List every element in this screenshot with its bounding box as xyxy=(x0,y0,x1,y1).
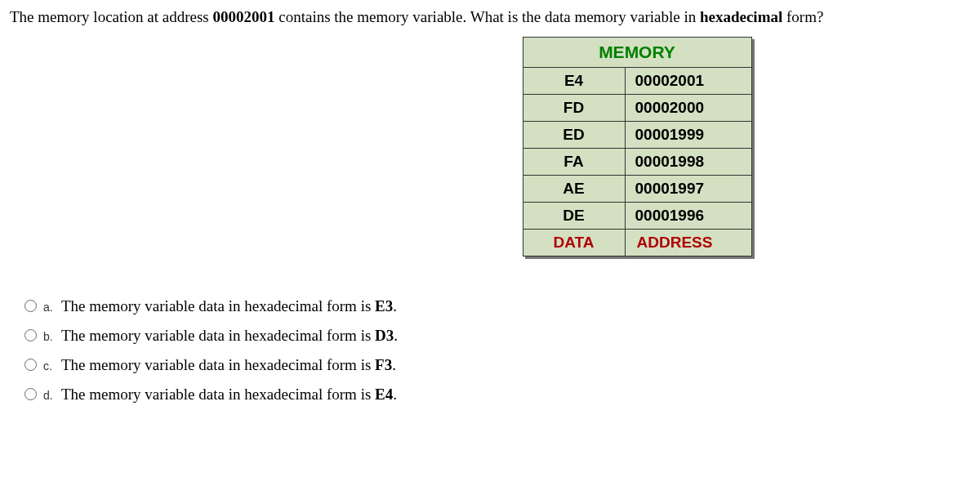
question-text: The memory location at address 00002001 … xyxy=(10,7,970,29)
memory-data-cell: AE xyxy=(523,175,625,202)
memory-addr-cell: 00001998 xyxy=(625,148,751,175)
memory-addr-cell: 00001999 xyxy=(625,121,751,148)
memory-data-cell: FA xyxy=(523,148,625,175)
memory-addr-cell: 00001996 xyxy=(625,202,751,229)
question-pre: The memory location at address xyxy=(10,8,213,25)
radio-icon[interactable] xyxy=(24,329,37,341)
option-answer: E4 xyxy=(375,386,393,403)
table-row: E4 00002001 xyxy=(523,67,751,94)
option-a[interactable]: a. The memory variable data in hexadecim… xyxy=(24,297,970,315)
option-answer: D3 xyxy=(375,327,394,344)
question-post: form? xyxy=(782,8,823,25)
radio-icon[interactable] xyxy=(24,300,37,312)
option-answer: E3 xyxy=(375,297,393,314)
option-letter: b. xyxy=(43,330,56,343)
radio-icon[interactable] xyxy=(24,388,37,400)
memory-footer-addr: ADDRESS xyxy=(625,229,751,256)
memory-data-cell: E4 xyxy=(523,67,625,94)
memory-data-cell: FD xyxy=(523,94,625,121)
table-footer-row: DATA ADDRESS xyxy=(523,229,751,256)
option-text: The memory variable data in hexadecimal … xyxy=(61,327,398,345)
option-answer: F3 xyxy=(375,356,392,373)
question-address: 00002001 xyxy=(213,8,275,25)
question-hex: hexadecimal xyxy=(700,8,782,25)
table-row: AE 00001997 xyxy=(523,175,751,202)
answer-options: a. The memory variable data in hexadecim… xyxy=(10,297,970,404)
memory-table-container: MEMORY E4 00002001 FD 00002000 ED 000019… xyxy=(10,37,970,256)
memory-addr-cell: 00002001 xyxy=(625,67,751,94)
option-text: The memory variable data in hexadecimal … xyxy=(61,386,397,404)
memory-addr-cell: 00001997 xyxy=(625,175,751,202)
option-c[interactable]: c. The memory variable data in hexadecim… xyxy=(24,356,970,374)
table-row: DE 00001996 xyxy=(523,202,751,229)
question-mid: contains the memory variable. What is th… xyxy=(275,8,700,25)
option-d[interactable]: d. The memory variable data in hexadecim… xyxy=(24,386,970,404)
table-row: ED 00001999 xyxy=(523,121,751,148)
option-letter: a. xyxy=(43,301,56,314)
table-row: FA 00001998 xyxy=(523,148,751,175)
memory-footer-data: DATA xyxy=(523,229,625,256)
option-text: The memory variable data in hexadecimal … xyxy=(61,297,397,315)
memory-table-header: MEMORY xyxy=(523,37,751,67)
table-row: FD 00002000 xyxy=(523,94,751,121)
memory-table: MEMORY E4 00002001 FD 00002000 ED 000019… xyxy=(523,37,752,256)
option-b[interactable]: b. The memory variable data in hexadecim… xyxy=(24,327,970,345)
memory-data-cell: DE xyxy=(523,202,625,229)
radio-icon[interactable] xyxy=(24,359,37,371)
option-letter: c. xyxy=(43,359,56,372)
memory-addr-cell: 00002000 xyxy=(625,94,751,121)
memory-data-cell: ED xyxy=(523,121,625,148)
option-text: The memory variable data in hexadecimal … xyxy=(61,356,396,374)
option-letter: d. xyxy=(43,389,56,402)
